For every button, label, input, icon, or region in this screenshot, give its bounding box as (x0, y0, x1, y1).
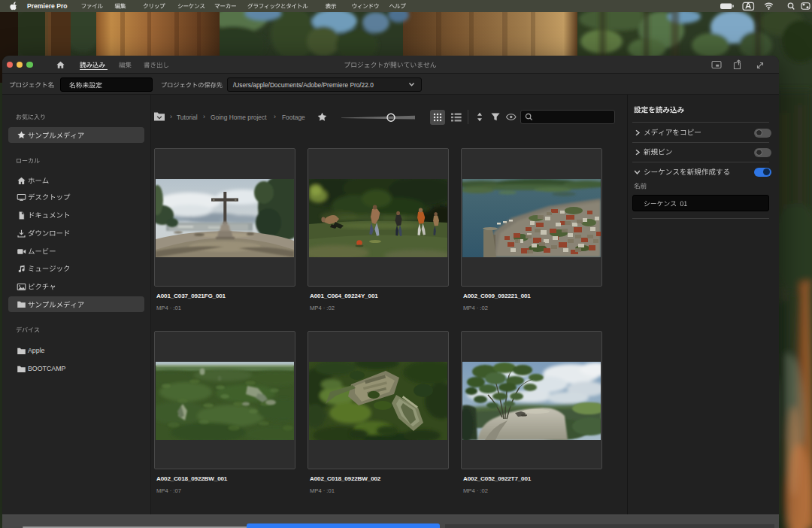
svg-text:Premiere Pro: Premiere Pro (27, 2, 68, 10)
